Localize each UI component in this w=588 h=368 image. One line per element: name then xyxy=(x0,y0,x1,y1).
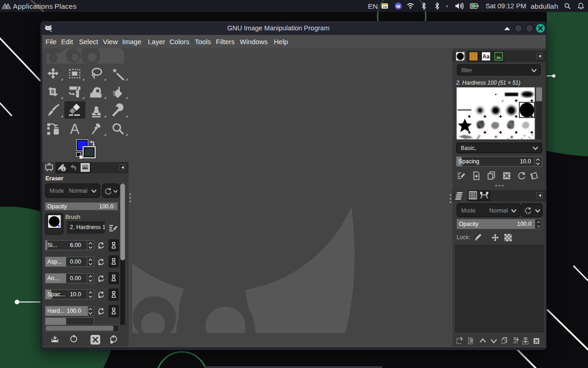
svg-text:Aa: Aa xyxy=(482,53,490,60)
svg-text:28: 28 xyxy=(383,5,387,9)
svg-text:A: A xyxy=(70,121,79,137)
svg-text:M: M xyxy=(396,4,400,9)
